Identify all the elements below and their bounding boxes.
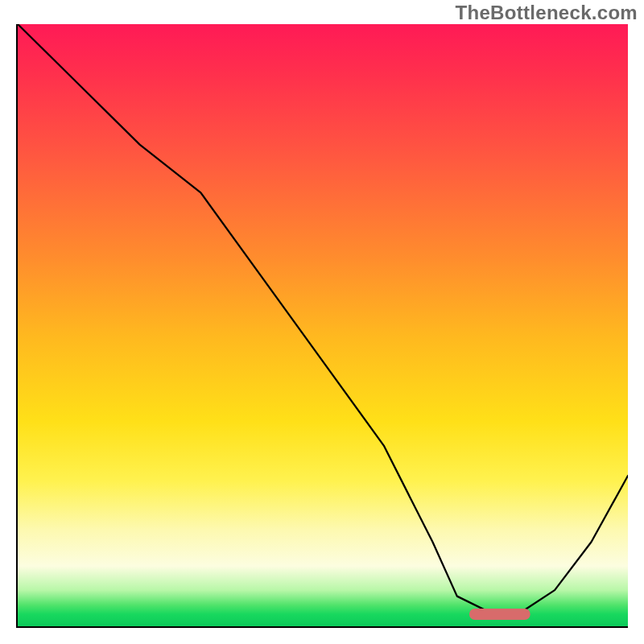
gradient-background [18, 24, 628, 626]
watermark-label: TheBottleneck.com [456, 2, 638, 24]
chart-container: TheBottleneck.com [0, 0, 644, 644]
plot-area [16, 24, 628, 628]
